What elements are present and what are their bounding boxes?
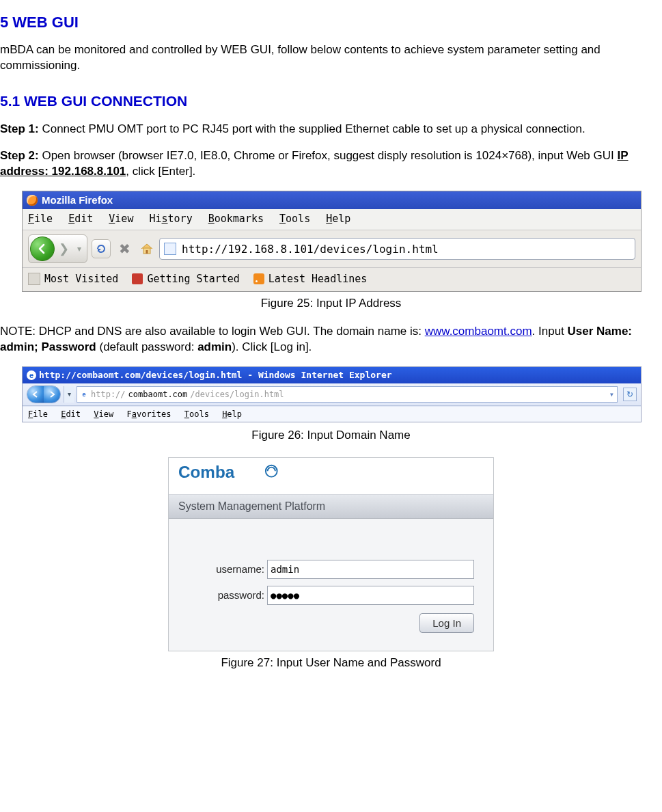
ie-menu-favorites[interactable]: Favorites	[126, 409, 171, 419]
figure-27-caption: Figure 27: Input User Name and Password	[0, 655, 662, 671]
menu-help[interactable]: Help	[326, 213, 350, 225]
svg-rect-1	[146, 250, 148, 254]
login-panel: Comba System Management Platform usernam…	[168, 457, 494, 651]
home-button[interactable]	[139, 241, 155, 257]
ie-forward-button[interactable]	[44, 386, 60, 403]
step-2-label: Step 2:	[0, 149, 39, 162]
menu-tools[interactable]: Tools	[279, 213, 310, 225]
note-admin: admin	[197, 340, 232, 353]
step-2: Step 2: Open browser (browser IE7.0, IE8…	[0, 148, 662, 180]
ie-menu-view[interactable]: View	[94, 409, 113, 419]
menu-edit[interactable]: Edit	[68, 213, 93, 225]
ie-url-dropdown-icon[interactable]: ▾	[609, 389, 614, 400]
ie-window: e http://combaomt.com/devices/login.html…	[22, 366, 642, 422]
note-text-d: (default password:	[96, 340, 197, 353]
menu-file[interactable]: File	[28, 213, 53, 225]
step-2-text-c: , click [Enter].	[126, 165, 195, 178]
bookmark-getting-started[interactable]: Getting Started	[147, 272, 239, 286]
firefox-menubar[interactable]: File Edit View History Bookmarks Tools H…	[23, 209, 641, 230]
login-body: username: password: Log In	[169, 519, 493, 651]
section-heading-5: 5 WEB GUI	[0, 12, 662, 33]
ie-nav-toolbar: ▾ e http://combaomt.com/devices/login.ht…	[23, 383, 641, 406]
forward-arrow-icon	[49, 391, 55, 398]
password-label: password:	[188, 589, 264, 601]
login-button-row: Log In	[188, 613, 474, 633]
section-heading-5-1: 5.1 WEB GUI CONNECTION	[0, 92, 662, 111]
comba-logo: Comba	[169, 458, 493, 494]
ie-url-suffix: /devices/login.html	[190, 389, 284, 400]
note-text-b: . Input	[532, 325, 568, 338]
home-icon	[140, 242, 154, 256]
step-1: Step 1: Connect PMU OMT port to PC RJ45 …	[0, 122, 662, 137]
step-1-label: Step 1:	[0, 122, 39, 135]
reload-button[interactable]	[92, 239, 111, 258]
svg-text:Comba: Comba	[178, 463, 235, 481]
rss-icon	[253, 273, 264, 284]
firefox-window: Mozilla Firefox File Edit View History B…	[22, 191, 642, 293]
ie-back-button[interactable]	[27, 386, 44, 403]
getting-started-icon	[132, 273, 143, 284]
ie-menu-help[interactable]: Help	[222, 409, 242, 419]
ie-icon: e	[27, 370, 36, 380]
firefox-nav-toolbar: ❯ ▾ ✖	[23, 230, 641, 268]
page-icon	[164, 243, 176, 255]
nav-back-forward-pill: ❯ ▾	[28, 234, 87, 263]
intro-paragraph: mBDA can be monitored and controlled by …	[0, 42, 662, 74]
most-visited-icon	[28, 273, 40, 285]
step-2-text-a: Open browser (browser IE7.0, IE8.0, Chro…	[39, 149, 618, 162]
firefox-title-text: Mozilla Firefox	[42, 193, 113, 207]
ie-menu-tools[interactable]: Tools	[184, 409, 209, 419]
menu-view[interactable]: View	[109, 213, 133, 225]
ie-url-bar[interactable]: e http://combaomt.com/devices/login.html…	[77, 386, 618, 403]
forward-button[interactable]: ❯	[59, 241, 69, 257]
ie-title-text: http://combaomt.com/devices/login.html -…	[39, 369, 392, 381]
username-label: username:	[188, 563, 264, 575]
username-row: username:	[188, 560, 474, 579]
login-button[interactable]: Log In	[419, 613, 474, 633]
password-input[interactable]	[267, 586, 474, 605]
menu-history[interactable]: History	[149, 213, 192, 225]
ie-titlebar: e http://combaomt.com/devices/login.html…	[23, 367, 641, 383]
firefox-icon	[27, 195, 38, 206]
step-1-text: Connect PMU OMT port to PC RJ45 port wit…	[39, 122, 585, 135]
back-arrow-icon	[37, 243, 48, 254]
bookmark-most-visited[interactable]: Most Visited	[44, 272, 118, 286]
ie-menubar[interactable]: File Edit View Favorites Tools Help	[23, 406, 641, 422]
ie-menu-edit[interactable]: Edit	[61, 409, 81, 419]
menu-bookmarks[interactable]: Bookmarks	[208, 213, 264, 225]
login-header: System Management Platform	[169, 494, 493, 519]
ie-nav-pill	[27, 385, 61, 403]
bookmark-latest-headlines[interactable]: Latest Headlines	[268, 272, 368, 286]
ie-url-domain: combaomt.com	[128, 389, 188, 400]
username-input[interactable]	[267, 560, 474, 579]
url-bar[interactable]	[159, 238, 635, 260]
password-row: password:	[188, 586, 474, 605]
firefox-bookmarks-bar: Most Visited Getting Started Latest Head…	[23, 268, 641, 291]
note-paragraph: NOTE: DHCP and DNS are also available to…	[0, 324, 662, 355]
domain-link[interactable]: www.combaomt.com	[425, 325, 532, 338]
comba-logo-icon: Comba	[178, 463, 280, 483]
figure-25-caption: Figure 25: Input IP Address	[0, 296, 662, 312]
ie-go-button[interactable]: ↻	[623, 388, 637, 401]
history-dropdown-icon[interactable]: ▾	[77, 243, 81, 254]
ie-history-dropdown[interactable]: ▾	[64, 386, 74, 403]
note-text-f: ). Click [Log in].	[232, 340, 312, 353]
figure-26-caption: Figure 26: Input Domain Name	[0, 428, 662, 444]
back-button[interactable]	[30, 236, 55, 261]
ie-page-icon: e	[80, 390, 88, 398]
ie-menu-file[interactable]: File	[28, 409, 48, 419]
stop-button[interactable]: ✖	[119, 240, 130, 258]
firefox-titlebar: Mozilla Firefox	[23, 191, 641, 209]
ie-url-prefix: http://	[91, 389, 126, 400]
reload-icon	[96, 243, 107, 254]
back-arrow-icon	[32, 391, 39, 398]
note-text-a: NOTE: DHCP and DNS are also available to…	[0, 325, 425, 338]
url-input[interactable]	[180, 242, 631, 256]
